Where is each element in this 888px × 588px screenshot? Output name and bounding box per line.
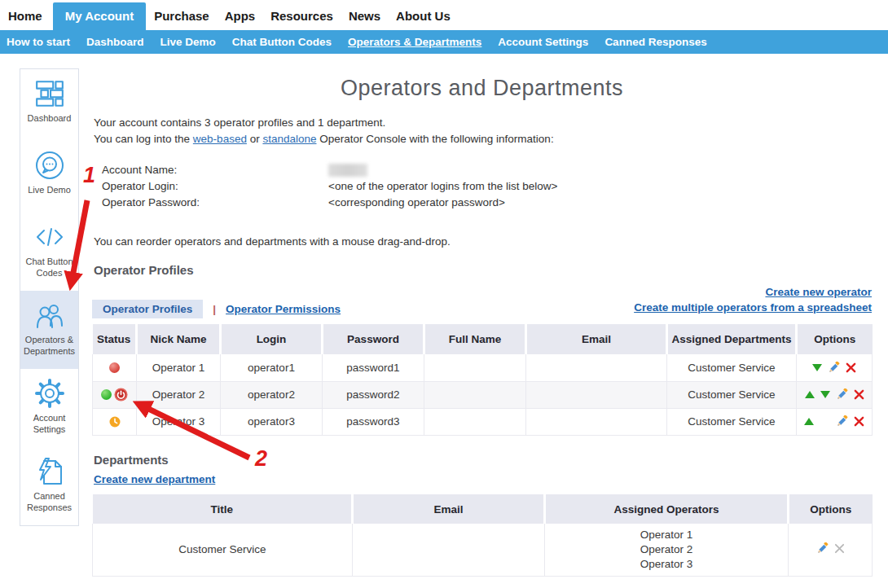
operator-login-row: Operator Login: <one of the operator log… — [92, 178, 557, 195]
create-multiple-operators-link[interactable]: Create multiple operators from a spreads… — [634, 301, 872, 314]
move-up-icon[interactable] — [805, 391, 815, 398]
sub-nav: How to start Dashboard Live Demo Chat Bu… — [0, 30, 888, 54]
full-name-cell — [424, 354, 526, 381]
lightning-document-icon — [33, 456, 66, 487]
operators-header-row: Status Nick Name Login Password Full Nam… — [93, 324, 873, 354]
move-up-icon[interactable] — [804, 418, 814, 425]
sidebar-label: Dashboard — [21, 112, 78, 124]
sidebar-item-operators-departments[interactable]: Operators & Departments — [20, 291, 78, 369]
subnav-canned-responses[interactable]: Canned Responses — [604, 36, 706, 48]
col-status: Status — [93, 324, 137, 354]
chat-bubble-icon — [33, 150, 66, 181]
nick-name-cell: Operator 1 — [137, 354, 221, 381]
status-online-icon — [101, 389, 112, 400]
create-operator-links: Create new operator Create multiple oper… — [634, 284, 872, 315]
col-login: Login — [221, 324, 323, 354]
edit-icon[interactable] — [836, 415, 848, 428]
dashboard-icon — [33, 78, 66, 109]
col-full-name: Full Name — [424, 324, 526, 354]
web-based-link[interactable]: web-based — [193, 133, 247, 145]
account-info: Account Name: Operator Login: <one of th… — [92, 162, 557, 211]
people-icon — [33, 300, 66, 331]
tab-operator-permissions[interactable]: Operator Permissions — [226, 303, 341, 315]
departments-heading: Departments — [94, 453, 169, 467]
tab-separator: | — [213, 303, 216, 315]
sidebar-label: Canned Responses — [21, 490, 78, 513]
top-nav: Home My Account Purchase Apps Resources … — [0, 0, 888, 30]
departments-header-row: Title Email Assigned Operators Options — [93, 494, 873, 524]
account-name-row: Account Name: — [92, 162, 557, 178]
nick-name-cell: Operator 2 — [137, 381, 221, 408]
subnav-operators-departments[interactable]: Operators & Departments — [348, 36, 481, 48]
standalone-link[interactable]: standalone — [262, 133, 316, 145]
operators-table: Status Nick Name Login Password Full Nam… — [92, 324, 873, 436]
assigned-operators-cell: Operator 1 Operator 2 Operator 3 — [545, 524, 789, 576]
operator-login-value: <one of the operator logins from the lis… — [328, 178, 557, 195]
move-down-icon[interactable] — [820, 391, 830, 398]
edit-icon[interactable] — [836, 388, 848, 401]
intro-line1: Your account contains 3 operator profile… — [94, 115, 554, 131]
sidebar-item-dashboard[interactable]: Dashboard — [20, 69, 78, 141]
operator-password-value: <corresponding operator password> — [328, 195, 505, 211]
sidebar-label: Operators & Departments — [21, 334, 78, 357]
sidebar-label: Account Settings — [21, 412, 78, 435]
page-title: Operators and Departments — [92, 76, 872, 101]
nav-purchase[interactable]: Purchase — [154, 2, 209, 30]
nav-apps[interactable]: Apps — [225, 2, 256, 30]
sidebar-label: Live Demo — [21, 184, 78, 195]
email-cell — [526, 381, 667, 408]
sidebar-item-live-demo[interactable]: Live Demo — [20, 141, 78, 213]
operator-row-1: Operator 1 operator1 password1 Customer … — [93, 354, 873, 381]
department-title-cell: Customer Service — [93, 524, 353, 576]
subnav-dashboard[interactable]: Dashboard — [86, 36, 144, 48]
reorder-note: You can reorder operators and department… — [94, 235, 451, 248]
col-email: Email — [526, 324, 667, 354]
create-new-department-link[interactable]: Create new department — [94, 473, 215, 485]
nav-about-us[interactable]: About Us — [396, 2, 451, 30]
subnav-chat-button-codes[interactable]: Chat Button Codes — [232, 36, 332, 48]
delete-disabled-icon — [834, 543, 845, 554]
delete-icon[interactable] — [854, 389, 864, 400]
col-email: Email — [353, 494, 545, 524]
options-spacer — [820, 421, 830, 422]
code-icon — [33, 222, 66, 252]
logout-power-icon[interactable] — [114, 388, 128, 402]
operator-tabs: Operator Profiles | Operator Permissions — [92, 300, 341, 318]
tab-operator-profiles[interactable]: Operator Profiles — [92, 300, 203, 318]
operator-login-label: Operator Login: — [92, 178, 328, 195]
status-away-clock-icon — [109, 416, 121, 428]
account-name-redacted — [328, 164, 367, 177]
full-name-cell — [424, 381, 526, 408]
col-title: Title — [93, 494, 353, 524]
login-cell: operator1 — [221, 354, 323, 381]
password-cell: password1 — [323, 354, 424, 381]
departments-table: Title Email Assigned Operators Options C… — [92, 494, 873, 577]
sidebar-item-account-settings[interactable]: Account Settings — [20, 369, 78, 447]
subnav-account-settings[interactable]: Account Settings — [498, 36, 588, 48]
nav-news[interactable]: News — [349, 2, 380, 30]
password-cell: password2 — [323, 381, 424, 408]
sidebar-label: Chat Button Codes — [21, 256, 78, 279]
edit-icon[interactable] — [828, 362, 840, 374]
create-new-operator-link[interactable]: Create new operator — [765, 286, 872, 298]
subnav-live-demo[interactable]: Live Demo — [160, 36, 216, 48]
col-assigned-departments: Assigned Departments — [667, 324, 797, 354]
delete-icon[interactable] — [854, 416, 864, 427]
nav-home[interactable]: Home — [8, 2, 42, 30]
sidebar-item-chat-button-codes[interactable]: Chat Button Codes — [20, 213, 78, 291]
move-down-icon[interactable] — [812, 364, 822, 371]
departments-cell: Customer Service — [667, 381, 797, 408]
subnav-how-to-start[interactable]: How to start — [7, 36, 70, 48]
nav-resources[interactable]: Resources — [270, 2, 333, 30]
password-cell: password3 — [323, 408, 424, 435]
sidebar-item-canned-responses[interactable]: Canned Responses — [20, 447, 78, 525]
main-content: Operators and Departments Your account c… — [92, 69, 872, 582]
edit-icon[interactable] — [816, 542, 829, 555]
screen: Home My Account Purchase Apps Resources … — [0, 0, 888, 588]
nav-my-account[interactable]: My Account — [53, 2, 146, 30]
col-options: Options — [797, 324, 873, 354]
intro-line2: You can log into the web-based or standa… — [94, 131, 554, 147]
delete-icon[interactable] — [846, 362, 856, 373]
email-cell — [526, 354, 667, 381]
operator-row-2: Operator 2 operator2 password2 Customer … — [93, 381, 873, 408]
